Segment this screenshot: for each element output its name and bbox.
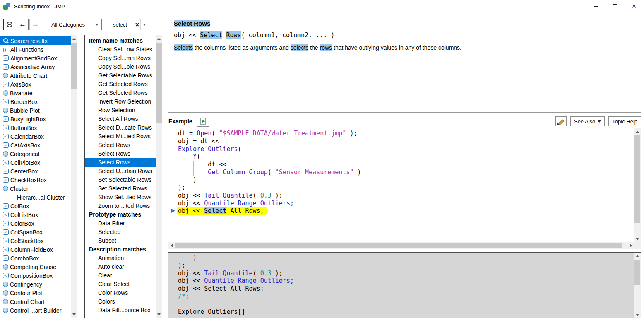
maximize-button[interactable]	[606, 0, 625, 12]
editor-horizontal-scrollbar[interactable]	[168, 242, 634, 249]
search-dropdown-button[interactable]	[140, 19, 148, 30]
sidebar-item-alignmentgridbox[interactable]: AlignmentGridBox	[0, 54, 71, 63]
sidebar-item-axisbox[interactable]: AxisBox	[0, 80, 71, 89]
match-item-copy-sel-mn-rows[interactable]: Copy Sel...mn Rows	[85, 54, 156, 63]
match-item-invert-row-selection[interactable]: Invert Row Selection	[85, 97, 156, 106]
scroll-up-icon[interactable]	[634, 253, 641, 259]
code-lines[interactable]: dt = Open( "$SAMPLE_DATA/Water Treatment…	[168, 128, 634, 242]
match-item-show-sel-ted-rows[interactable]: Show Sel...ted Rows	[85, 193, 156, 202]
scroll-down-icon[interactable]	[634, 236, 641, 242]
edit-script-button[interactable]	[555, 116, 567, 126]
scrollbar-thumb[interactable]	[634, 135, 640, 223]
scroll-up-icon[interactable]	[634, 128, 641, 135]
sidebar-item-columnfieldbox[interactable]: ColumnFieldBox	[0, 245, 71, 254]
topic-help-button[interactable]: Topic Help	[608, 116, 641, 126]
sidebar-item-cataxisbox[interactable]: CatAxisBox	[0, 141, 71, 149]
match-item-select-rows[interactable]: Select Rows	[85, 149, 156, 158]
minimize-button[interactable]	[586, 0, 606, 12]
sidebar-item-contour-plot[interactable]: Contour Plot	[0, 289, 71, 297]
matches-scrollbar[interactable]	[156, 35, 162, 318]
match-item-get-selectable-rows[interactable]: Get Selectable Rows	[85, 71, 156, 80]
scrollbar-thumb[interactable]	[175, 243, 622, 248]
see-also-button[interactable]: See Also	[570, 116, 605, 126]
sidebar-item-hierarc-al-cluster[interactable]: Hierarc...al Cluster	[0, 193, 71, 202]
sidebar-item-centerbox[interactable]: CenterBox	[0, 167, 71, 176]
sidebar-item-cellplotbox[interactable]: CellPlotBox	[0, 158, 71, 167]
category-dropdown[interactable]: All Categories	[48, 19, 102, 30]
scroll-down-icon[interactable]	[156, 311, 162, 318]
match-item-clear-select[interactable]: Clear Select	[85, 280, 156, 289]
match-item-select-all-rows[interactable]: Select All Rows	[85, 115, 156, 123]
sidebar-item-compositionbox[interactable]: CompositionBox	[0, 271, 71, 280]
sidebar-item-colspanbox[interactable]: ColSpanBox	[0, 228, 71, 236]
sidebar-item-control-art-builder[interactable]: Control ...art Builder	[0, 306, 71, 315]
log-output-panel[interactable]: ));obj << Tail Quantile( 0.3 );obj << Qu…	[168, 252, 641, 318]
match-item-data-filt-ource-box[interactable]: Data Filt...ource Box	[85, 306, 156, 315]
match-item-get-selected-rows[interactable]: Get Selected Rows	[85, 89, 156, 97]
example-code-editor[interactable]: dt = Open( "$SAMPLE_DATA/Water Treatment…	[168, 128, 641, 249]
sidebar-item-search-results[interactable]: Search results	[0, 36, 71, 45]
sidebar-item-attribute-chart[interactable]: Attribute Chart	[0, 71, 71, 80]
match-item-copy-sel-ble-rows[interactable]: Copy Sel...ble Rows	[85, 63, 156, 71]
match-item-subset[interactable]: Subset	[85, 236, 156, 245]
scrollbar-thumb[interactable]	[634, 260, 640, 285]
sidebar-item-borderbox[interactable]: BorderBox	[0, 97, 71, 106]
match-item-select-mi-ied-rows[interactable]: Select Mi...ied Rows	[85, 132, 156, 141]
scroll-up-icon[interactable]	[71, 35, 77, 42]
sidebar-item-busylightbox[interactable]: BusyLightBox	[0, 115, 71, 123]
sidebar-item-checkboxbox[interactable]: CheckBoxBox	[0, 176, 71, 184]
sidebar-item-bubble-plot[interactable]: Bubble Plot	[0, 106, 71, 115]
sidebar-item-control-chart[interactable]: Control Chart	[0, 297, 71, 306]
sidebar-item-collistbox[interactable]: ColListBox	[0, 210, 71, 219]
minus-circle-button[interactable]	[3, 19, 15, 30]
search-input[interactable]: select	[113, 22, 135, 28]
sidebar-item-contingency[interactable]: Contingency	[0, 280, 71, 289]
match-item-color-rows[interactable]: Color Rows	[85, 289, 156, 297]
search-combobox[interactable]: select	[110, 19, 148, 30]
scroll-right-icon[interactable]	[627, 242, 634, 249]
scroll-down-icon[interactable]	[634, 311, 641, 318]
sidebar-item-all-functions[interactable]: All Functions	[0, 45, 71, 54]
sidebar-item-buttonbox[interactable]: ButtonBox	[0, 123, 71, 132]
close-button[interactable]	[625, 0, 644, 12]
sidebar-item-associative-array[interactable]: Associative Array	[0, 63, 71, 71]
match-item-select-d-cate-rows[interactable]: Select D...cate Rows	[85, 123, 156, 132]
match-item-zoom-to-ted-rows[interactable]: Zoom to ...ted Rows	[85, 202, 156, 210]
sidebar-item-categorical[interactable]: Categorical	[0, 149, 71, 158]
sidebar-item-combobox[interactable]: ComboBox	[0, 254, 71, 263]
scrollbar-thumb[interactable]	[156, 43, 162, 123]
log-lines[interactable]: ));obj << Tail Quantile( 0.3 );obj << Qu…	[168, 253, 634, 318]
sidebar-item-cluster[interactable]: Cluster	[0, 184, 71, 193]
match-item-row-selection[interactable]: Row Selection	[85, 106, 156, 115]
match-item-select-rows[interactable]: Select Rows	[85, 158, 156, 167]
match-item-get-selected-rows[interactable]: Get Selected Rows	[85, 80, 156, 89]
scrollbar-thumb[interactable]	[71, 43, 77, 89]
match-item-select-rows[interactable]: Select Rows	[85, 141, 156, 149]
sidebar-item-colbox[interactable]: ColBox	[0, 202, 71, 210]
run-example-button[interactable]	[197, 116, 209, 127]
match-item-clear[interactable]: Clear	[85, 271, 156, 280]
scroll-up-icon[interactable]	[156, 35, 162, 42]
back-button[interactable]	[17, 19, 29, 30]
match-item-select-u-rtain-rows[interactable]: Select U...rtain Rows	[85, 167, 156, 176]
match-item-auto-clear[interactable]: Auto clear	[85, 263, 156, 271]
sidebar-item-colorbox[interactable]: ColorBox	[0, 219, 71, 228]
forward-button[interactable]	[29, 19, 41, 30]
scroll-down-icon[interactable]	[71, 311, 77, 318]
sidebar-item-calendarbox[interactable]: CalendarBox	[0, 132, 71, 141]
editor-vertical-scrollbar[interactable]	[634, 128, 641, 242]
match-item-set-selectable-rows[interactable]: Set Selectable Rows	[85, 176, 156, 184]
sidebar-scrollbar[interactable]	[71, 35, 77, 318]
match-item-clear-sel-ow-states[interactable]: Clear Sel...ow States	[85, 45, 156, 54]
sidebar-item-competing-cause[interactable]: Competing Cause	[0, 263, 71, 271]
sidebar-item-colstackbox[interactable]: ColStackBox	[0, 236, 71, 245]
match-item-data-filter[interactable]: Data Filter	[85, 219, 156, 228]
clear-search-icon[interactable]	[135, 22, 139, 28]
match-item-animation[interactable]: Animation	[85, 254, 156, 263]
match-item-colors[interactable]: Colors	[85, 297, 156, 306]
scroll-left-icon[interactable]	[168, 242, 175, 249]
sidebar-item-bivariate[interactable]: Bivariate	[0, 89, 71, 97]
match-item-selected[interactable]: Selected	[85, 228, 156, 236]
log-scrollbar[interactable]	[634, 253, 641, 318]
match-item-set-selected-rows[interactable]: Set Selected Rows	[85, 184, 156, 193]
